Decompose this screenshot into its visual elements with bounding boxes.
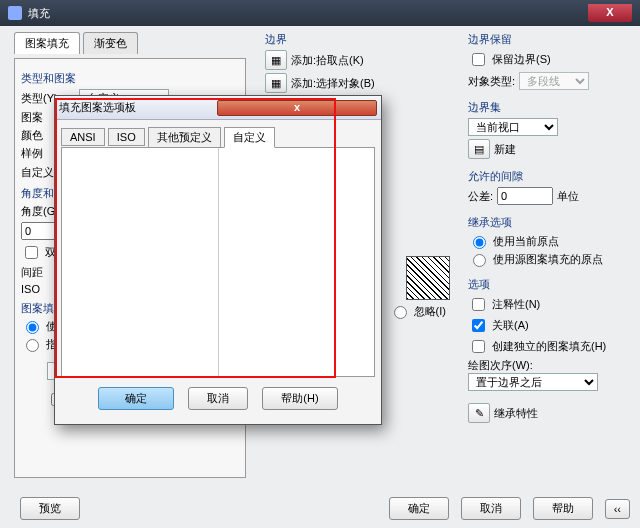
close-button[interactable]: X <box>588 4 632 22</box>
boundary-set-select[interactable]: 当前视口 <box>468 118 558 136</box>
separate-label: 创建独立的图案填充(H) <box>492 339 606 354</box>
assoc-checkbox[interactable] <box>472 319 485 332</box>
palette-dialog: 填充图案选项板 x ANSI ISO 其他预定义 自定义 确定 取消 帮助(H) <box>54 95 382 425</box>
spec-origin-radio[interactable] <box>26 339 39 352</box>
dialog-title: 填充图案选项板 <box>59 100 217 115</box>
help-button[interactable]: 帮助 <box>533 497 593 520</box>
keep-boundary-checkbox[interactable] <box>472 53 485 66</box>
options-title: 选项 <box>468 277 630 292</box>
boundary-set-title: 边界集 <box>468 100 630 115</box>
boundary-keep-title: 边界保留 <box>468 32 630 47</box>
dialog-close-button[interactable]: x <box>217 100 377 116</box>
tol-label: 公差: <box>468 189 493 204</box>
draworder-select[interactable]: 置于边界之后 <box>468 373 598 391</box>
hatch-preview <box>406 256 450 300</box>
tol-unit: 单位 <box>557 189 579 204</box>
src-origin-label: 使用源图案填充的原点 <box>493 252 603 267</box>
footer-buttons: 预览 确定 取消 帮助 ‹‹ <box>20 497 630 520</box>
dialog-ok-button[interactable]: 确定 <box>98 387 174 410</box>
expand-button[interactable]: ‹‹ <box>605 499 630 519</box>
palette-body <box>61 147 375 377</box>
double-checkbox[interactable] <box>25 246 38 259</box>
subtab-iso[interactable]: ISO <box>108 128 145 146</box>
titlebar: 填充 X <box>0 0 640 26</box>
add-select-label[interactable]: 添加:选择对象(B) <box>291 76 375 91</box>
objtype-label: 对象类型: <box>468 74 515 89</box>
window-title: 填充 <box>28 6 588 21</box>
ignore-label: 忽略(I) <box>414 304 446 319</box>
main-tabs: 图案填充 渐变色 <box>14 32 265 54</box>
ignore-radio[interactable] <box>394 306 407 319</box>
subtab-other[interactable]: 其他预定义 <box>148 127 221 148</box>
boundary-title: 边界 <box>265 32 460 47</box>
type-section-title: 类型和图案 <box>21 71 239 86</box>
add-pick-label[interactable]: 添加:拾取点(K) <box>291 53 364 68</box>
ok-button[interactable]: 确定 <box>389 497 449 520</box>
assoc-label: 关联(A) <box>492 318 529 333</box>
objtype-select: 多段线 <box>519 72 589 90</box>
dialog-cancel-button[interactable]: 取消 <box>188 387 248 410</box>
draworder-label: 绘图次序(W): <box>468 358 630 373</box>
annotative-label: 注释性(N) <box>492 297 540 312</box>
palette-preview-pane <box>219 148 375 376</box>
subtab-custom[interactable]: 自定义 <box>224 127 275 148</box>
inherit-props-label[interactable]: 继承特性 <box>494 406 538 421</box>
gap-title: 允许的间隙 <box>468 169 630 184</box>
cur-origin-label: 使用当前原点 <box>493 234 559 249</box>
tab-pattern-fill[interactable]: 图案填充 <box>14 32 80 54</box>
new-boundary-label[interactable]: 新建 <box>494 142 516 157</box>
add-pick-icon[interactable]: ▦ <box>265 50 287 70</box>
separate-checkbox[interactable] <box>472 340 485 353</box>
use-origin-radio[interactable] <box>26 321 39 334</box>
app-icon <box>8 6 22 20</box>
src-origin-radio[interactable] <box>473 254 486 267</box>
keep-boundary-label: 保留边界(S) <box>492 52 551 67</box>
cancel-button[interactable]: 取消 <box>461 497 521 520</box>
tab-gradient[interactable]: 渐变色 <box>83 32 138 54</box>
subtab-ansi[interactable]: ANSI <box>61 128 105 146</box>
new-boundary-icon[interactable]: ▤ <box>468 139 490 159</box>
palette-list-pane[interactable] <box>62 148 219 376</box>
tol-input[interactable] <box>497 187 553 205</box>
add-select-icon[interactable]: ▦ <box>265 73 287 93</box>
cur-origin-radio[interactable] <box>473 236 486 249</box>
dialog-help-button[interactable]: 帮助(H) <box>262 387 337 410</box>
inherit-props-icon[interactable]: ✎ <box>468 403 490 423</box>
preview-button[interactable]: 预览 <box>20 497 80 520</box>
inherit-title: 继承选项 <box>468 215 630 230</box>
annotative-checkbox[interactable] <box>472 298 485 311</box>
